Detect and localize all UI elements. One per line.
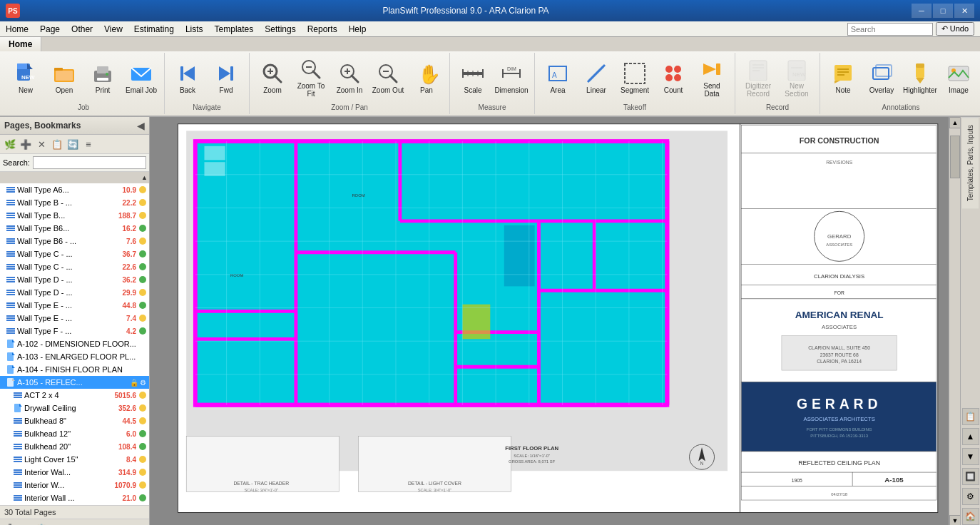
new-button[interactable]: NEW New [7, 54, 44, 101]
segment-button[interactable]: Segment [616, 54, 653, 101]
zoom-out-button[interactable]: Zoom Out [369, 54, 407, 101]
open-button[interactable]: Open [46, 54, 83, 101]
highlighter-button[interactable]: Highlighter [902, 54, 939, 101]
menu-other[interactable]: Other [66, 23, 98, 36]
svg-rect-84 [6, 240, 15, 242]
search-input[interactable] [847, 23, 933, 36]
tree-item-a105[interactable]: A-105 - REFLEC... 🔒 ⚙ [0, 376, 149, 389]
tree-item-wall-c2[interactable]: Wall Type C - ... 22.6 [0, 260, 149, 273]
svg-rect-76 [6, 204, 15, 205]
menu-lists[interactable]: Lists [180, 23, 209, 36]
count-button[interactable]: Count [655, 54, 692, 101]
send-data-button[interactable]: Send Data [693, 54, 730, 101]
image-button[interactable]: Image [940, 54, 977, 101]
zoom-to-fit-button[interactable]: Zoom To Fit [292, 54, 330, 101]
tree-item-wall-b6[interactable]: Wall Type B6... 16.2 [0, 222, 149, 235]
tree-item-intwall3[interactable]: Interior Wall ... 21.0 [0, 491, 149, 504]
pan-button[interactable]: ✋ Pan [408, 54, 445, 101]
tree-item-wall-d[interactable]: Wall Type D - ... 36.2 [0, 273, 149, 286]
tree-item-drywall[interactable]: Drywall Ceiling 352.6 [0, 402, 149, 414]
svg-rect-101 [6, 315, 15, 317]
tree-item-bulkhead20[interactable]: Bulkhead 20" 108.4 [0, 440, 149, 453]
scroll-down-button[interactable]: ▼ [949, 515, 961, 525]
side-icon-4[interactable]: 🔲 [962, 468, 979, 485]
side-icon-2[interactable]: ▲ [962, 428, 979, 445]
bottom-add-button[interactable]: ➕ [3, 521, 17, 525]
close-button[interactable]: ✕ [954, 4, 974, 18]
dimension-button[interactable]: DIM Dimension [493, 54, 530, 101]
panel-copy-button[interactable]: 📋 [50, 137, 64, 151]
svg-line-24 [352, 76, 358, 82]
menu-estimating[interactable]: Estimating [128, 23, 180, 36]
menu-page[interactable]: Page [34, 23, 66, 36]
panel-add-button[interactable]: 🌿 [3, 137, 17, 151]
bottom-sort-button[interactable]: ≡ [50, 521, 64, 525]
send-data-icon [700, 58, 723, 81]
zoom-in-button[interactable]: Zoom In [331, 54, 368, 101]
tree-item-lightcover[interactable]: Light Cover 15" 8.4 [0, 453, 149, 466]
tree-item-bulkhead12[interactable]: Bulkhead 12" 6.0 [0, 427, 149, 440]
panel-add2-button[interactable]: ➕ [19, 137, 33, 151]
panel-close-button[interactable]: ◀ [137, 120, 145, 131]
tree-item-wall-e[interactable]: Wall Type E - ... 44.8 [0, 299, 149, 312]
undo-button[interactable]: ↶ Undo [936, 22, 974, 36]
linear-button[interactable]: Linear [578, 54, 615, 101]
right-tab-templates[interactable]: Templates, Parts, Inputs [962, 117, 979, 208]
svg-marker-50 [703, 63, 716, 75]
bottom-copy-button[interactable]: 📋 [34, 521, 49, 525]
panel-delete-button[interactable]: ✕ [34, 137, 49, 151]
tree-item-intwall2[interactable]: Interior W... 1070.9 [0, 479, 149, 491]
svg-rect-15 [230, 66, 233, 81]
bottom-delete-button[interactable]: ✕ [19, 521, 33, 525]
menu-reports[interactable]: Reports [302, 23, 343, 36]
tree-item-a103[interactable]: A-103 - ENLARGED FLOOR PL... [0, 350, 149, 363]
dimension-icon: DIM [500, 62, 523, 85]
tree-item-wall-a6[interactable]: Wall Type A6... 10.9 [0, 183, 149, 196]
search-field[interactable] [33, 156, 146, 169]
svg-marker-12 [183, 66, 195, 81]
tree-item-wall-b6-2[interactable]: Wall Type B6 - ... 7.6 [0, 235, 149, 248]
side-icon-1[interactable]: 📋 [962, 408, 979, 425]
tree-item-wall-d2[interactable]: Wall Type D - ... 29.9 [0, 286, 149, 299]
new-section-button[interactable]: NEW New Section [778, 54, 815, 101]
area-button[interactable]: A Area [539, 54, 576, 101]
restore-button[interactable]: □ [933, 4, 953, 18]
zoom-button[interactable]: Zoom [254, 54, 291, 101]
digitizer-record-button[interactable]: Digitizer Record [740, 54, 777, 101]
canvas-area[interactable]: FOR CONSTRUCTION REVISIONS GERARD ASSOCI… [150, 117, 949, 525]
tree-item-wall-b2[interactable]: Wall Type B... 188.7 [0, 209, 149, 222]
panel-refresh-button[interactable]: 🔄 [66, 137, 80, 151]
menu-help[interactable]: Help [343, 23, 372, 36]
scroll-up-button[interactable]: ▲ [949, 117, 961, 128]
fwd-button[interactable]: Fwd [208, 54, 245, 101]
back-button[interactable]: Back [169, 54, 206, 101]
tree-item-wall-f[interactable]: Wall Type F - ... 4.2 [0, 325, 149, 337]
image-icon [947, 62, 970, 85]
tree-item-bulkhead8[interactable]: Bulkhead 8" 44.5 [0, 414, 149, 427]
tab-home[interactable]: Home [0, 37, 41, 51]
panel-sort-button[interactable]: ≡ [81, 137, 96, 151]
email-button[interactable]: Email Job [123, 54, 160, 101]
side-icon-6[interactable]: 🏠 [962, 508, 979, 525]
tree-item-wall-e2[interactable]: Wall Type E - ... 7.4 [0, 312, 149, 325]
tree-item-a104[interactable]: A-104 - FINISH FLOOR PLAN [0, 363, 149, 376]
side-icon-5[interactable]: ⚙ [962, 488, 979, 505]
note-button[interactable]: Note [825, 54, 862, 101]
vertical-scrollbar[interactable]: ▲ ▼ [949, 117, 960, 525]
tree-item-intwall1[interactable]: Interior Wal... 314.9 [0, 466, 149, 479]
menu-home[interactable]: Home [0, 23, 34, 36]
menu-settings[interactable]: Settings [259, 23, 301, 36]
minimize-button[interactable]: ─ [912, 4, 931, 18]
tree-item-a102[interactable]: A-102 - DIMENSIONED FLOOR... [0, 337, 149, 350]
tree-item-wall-b[interactable]: Wall Type B - ... 22.2 [0, 196, 149, 209]
scroll-thumb[interactable] [950, 136, 960, 178]
menu-templates[interactable]: Templates [209, 23, 260, 36]
menu-view[interactable]: View [98, 23, 128, 36]
tree-item-act[interactable]: ACT 2 x 4 5015.6 [0, 389, 149, 402]
tree-item-wall-c[interactable]: Wall Type C - ... 36.7 [0, 248, 149, 260]
print-button[interactable]: Print [84, 54, 121, 101]
scroll-track[interactable] [949, 128, 960, 515]
overlay-button[interactable]: Overlay [863, 54, 900, 101]
side-icon-3[interactable]: ▼ [962, 448, 979, 465]
scale-button[interactable]: Scale [454, 54, 491, 101]
